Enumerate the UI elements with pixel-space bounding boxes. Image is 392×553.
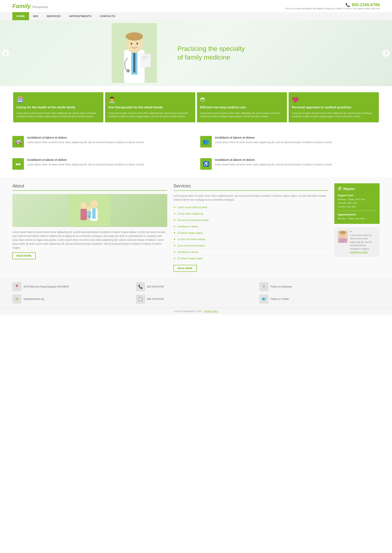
nav-item-contacts[interactable]: CONTACTS [96,12,119,20]
footer-phone2-item: 📋 800-2345-6790 [136,295,256,304]
service-item-1: 👥 Incididunt ut labore et dolore Lorem i… [200,133,380,151]
chevron-down-icon-8: ▼ [174,257,176,260]
logo-subtitle: Therapeutist [32,5,48,9]
svg-point-6 [131,43,132,44]
svg-rect-25 [339,238,347,243]
service-item-desc-3: Lorem ipsum dolor sit amet conse ctetur … [215,163,333,166]
nav-link-home[interactable]: HOME [12,12,29,20]
services-link-5[interactable]: ▼ Ut enim ad minim veniam [174,236,328,243]
about-description: Lorem ipsum dolor sit amet conse ctetur … [12,230,167,250]
service-item-desc-0: Lorem ipsum dolor sit amet conse ctetur … [27,140,145,144]
services-link-1[interactable]: ▼ Conse ctetur adipiscing [174,211,328,217]
feature-desc-0: Lorem ipsum dolor sit amet conse ctetur … [16,111,100,118]
feature-title-0: Caring for the health of the whole famil… [16,105,100,109]
feature-desc-1: Lorem ipsum dolor sit amet conse ctetur … [108,111,192,118]
appointments-label: Appointments: [338,213,376,216]
feature-icon-2: ⛑ [200,96,284,103]
hero-text: Practicing the specialty of family medic… [169,44,280,62]
sidebar: ⏱ Hours: Urgent Care: Monday - Friday: 8… [334,183,380,272]
urgent-sunday: Sunday: 1pm-3pm [338,205,376,209]
chevron-down-icon-7: ▼ [174,251,176,254]
service-icon-1: 👥 [200,136,212,147]
footer-address: 4578 Marmora Road,Glasgow D04 89GR [23,285,69,289]
footer-copyright: Family Therapeutist © 2015. Privacy Poli… [12,310,380,312]
header-phone-number: 800-2345-6789 [352,2,380,7]
footer-phone1-item: 📞 800-2345-6789 [136,282,256,291]
email-icon: ✉ [12,295,21,304]
hero-next-button[interactable]: › [383,49,390,57]
services-panel: Services Lorem ipsum dolor sit amet cons… [174,183,328,272]
service-item-0: 🚑 Incididunt ut labore et dolore Lorem i… [12,133,192,151]
logo: Family Therapeutist [12,3,48,9]
nav-item-appointments[interactable]: APPOINTMENTS [65,12,96,20]
testimonial-link[interactable]: Incididunt ut labor [350,251,368,253]
services-link-4[interactable]: ▼ Et dolore magna aliqua [174,230,328,236]
header-tagline: One of our representatives will happily … [285,7,380,10]
chevron-down-icon-3: ▼ [174,225,176,228]
svg-rect-3 [133,52,135,72]
svg-rect-11 [143,57,149,58]
service-item-2: 🛏 Incididunt ut labore et dolore Lorem i… [12,155,192,173]
services-link-3[interactable]: ▼ Incididunt ut labore [174,223,328,230]
feature-card-1: 👨‍⚕️ One therapeutist for the whole fami… [105,92,195,122]
footer-twitter: Follow on Twitter [271,297,289,301]
svg-rect-10 [143,56,149,56]
feature-card-0: 🏥 Caring for the health of the whole fam… [13,92,103,122]
services-link-8[interactable]: ▼ Et dolore magna alique [174,256,328,262]
testimonial-avatar [338,230,348,243]
privacy-policy-link[interactable]: Privacy Policy [204,310,218,312]
nav-link-contacts[interactable]: CONTACTS [96,12,119,20]
service-item-desc-1: Lorem ipsum dolor sit amet conse ctetur … [215,140,333,144]
testimonial-box: ❝ Lorem ipsum dolor sit amet conse ctetu… [334,227,380,257]
hero-heading: Practicing the specialty of family medic… [178,44,280,62]
clipboard-icon: 📋 [136,295,145,304]
nav-link-bio[interactable]: BIO [29,12,42,20]
service-item-title-2: Incididunt ut labore et dolore [27,158,145,161]
services-link-2[interactable]: ▼ Elit sed do eiusamod tempor [174,217,328,223]
services-link-6[interactable]: ▼ Quia nostrud exercitation [174,243,328,249]
svg-point-7 [136,43,138,44]
features-section: 🏥 Caring for the health of the whole fam… [0,86,392,129]
urgent-care-label: Urgent Care: [338,194,376,197]
chevron-down-icon-1: ▼ [174,212,176,215]
facebook-icon: f [259,282,268,291]
services-panel-heading: Services [174,183,328,191]
nav-item-services[interactable]: SERVICES [42,12,65,20]
hours-heading: ⏱ Hours: [338,187,376,191]
svg-rect-12 [143,59,147,59]
feature-title-2: Efficient one-stop medical care [200,105,284,109]
service-icon-0: 🚑 [12,136,24,147]
svg-rect-18 [81,209,87,220]
chevron-down-icon-6: ▼ [174,244,176,247]
hours-box: ⏱ Hours: Urgent Care: Monday - Friday: 8… [334,183,380,224]
service-icon-3: ♿ [200,158,212,170]
feature-title-3: Personal approach to medical questions [292,105,376,109]
service-item-title-1: Incididunt ut labore et dolore [215,136,333,139]
nav-item-bio[interactable]: BIO [29,12,42,20]
location-icon: 📍 [12,282,21,291]
service-item-title-0: Incididunt ut labore et dolore [27,136,145,139]
feature-icon-1: 👨‍⚕️ [108,96,192,103]
footer-facebook: Follow on facebook [271,285,292,289]
clock-icon: ⏱ [338,187,342,191]
footer-email: info@demolink.org [23,297,44,301]
footer-email-item: ✉ info@demolink.org [12,295,133,304]
services-read-more-button[interactable]: READ MORE [174,265,197,272]
feature-desc-2: Lorem ipsum dolor sit amet conse ctetur … [200,111,284,118]
footer: 📍 4578 Marmora Road,Glasgow D04 89GR 📞 8… [0,278,392,314]
nav-item-home[interactable]: HOME [12,12,29,20]
nav-link-appointments[interactable]: APPOINTMENTS [65,12,96,20]
quote-icon: ❝ [350,230,351,234]
svg-point-14 [90,200,98,208]
services-link-7[interactable]: ▼ Incididunt ut labore [174,249,328,256]
testimonial-text: Lorem ipsum dolor sit amet conse ctetur … [350,234,376,251]
services-link-0[interactable]: ▼ Lorem ipsum dolor sit amet [174,204,328,211]
about-read-more-button[interactable]: READ MORE [12,252,36,259]
hero-prev-button[interactable]: ‹ [2,49,9,57]
nav-link-services[interactable]: SERVICES [42,12,65,20]
main-nav: HOME BIO SERVICES APPOINTMENTS CONTACTS [0,12,392,20]
logo-family: Family [12,3,31,9]
header: Family Therapeutist 📞 800-2345-6789 One … [0,0,392,12]
feature-card-3: 💗 Personal approach to medical questions… [289,92,379,122]
service-icon-2: 🛏 [12,158,24,170]
